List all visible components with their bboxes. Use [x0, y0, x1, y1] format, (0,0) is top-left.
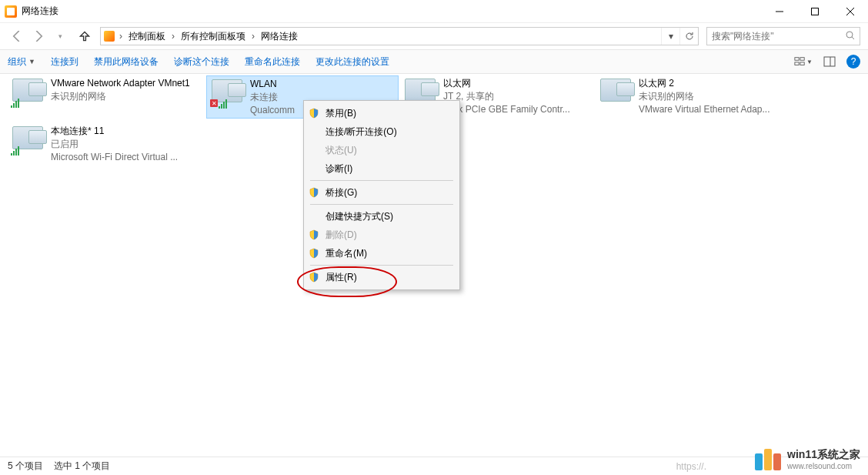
- adapter-status: 已启用: [51, 138, 178, 151]
- search-icon[interactable]: [846, 31, 855, 42]
- titlebar: 网络连接: [0, 0, 868, 23]
- help-button[interactable]: ?: [846, 55, 860, 69]
- watermark-url: www.relsound.com: [787, 462, 860, 470]
- chevron-right-icon: ›: [250, 31, 256, 42]
- adapter-device: altek PCIe GBE Family Contr...: [443, 103, 570, 116]
- chevron-right-icon: ›: [170, 31, 176, 42]
- adapter-device: Microsoft Wi-Fi Direct Virtual ...: [51, 151, 178, 164]
- adapter-name: 以太网 2: [639, 77, 770, 90]
- status-selected: 选中 1 个项目: [54, 460, 110, 473]
- menu-separator: [310, 180, 453, 181]
- svg-rect-6: [795, 58, 799, 61]
- menu-separator: [310, 265, 453, 266]
- context-menu: 禁用(B) 连接/断开连接(O) 状态(U) 诊断(I) 桥接(G) 创建快捷方…: [303, 100, 460, 290]
- adapter-name: 以太网: [443, 77, 570, 90]
- adapter-item-vmnet1[interactable]: VMware Network Adapter VMnet1 未识别的网络: [8, 75, 200, 119]
- menu-diagnose[interactable]: 诊断(I): [304, 159, 459, 178]
- shield-icon: [309, 229, 319, 240]
- watermark-title: win11系统之家: [787, 448, 860, 462]
- adapter-status: 未连接: [250, 91, 295, 104]
- shield-icon: [309, 108, 319, 119]
- menu-separator: [310, 204, 453, 205]
- disable-device-button[interactable]: 禁用此网络设备: [94, 55, 159, 69]
- shield-icon: [309, 187, 319, 198]
- menu-status: 状态(U): [304, 141, 459, 159]
- status-url-hint: https://.: [676, 461, 706, 472]
- organize-button[interactable]: 组织▼: [8, 55, 35, 69]
- location-icon: [101, 28, 118, 45]
- svg-line-5: [852, 37, 854, 39]
- svg-point-4: [846, 32, 853, 38]
- search-input[interactable]: [712, 31, 846, 42]
- svg-rect-9: [800, 62, 804, 65]
- adapter-device: VMware Virtual Ethernet Adap...: [639, 103, 770, 116]
- address-dropdown[interactable]: ▾: [661, 28, 679, 45]
- address-row: ▾ › 控制面板 › 所有控制面板项 › 网络连接 ▾: [0, 23, 868, 49]
- recent-dropdown[interactable]: ▾: [51, 27, 69, 45]
- adapter-name: 本地连接* 11: [51, 125, 178, 138]
- breadcrumb-leaf[interactable]: 网络连接: [256, 28, 302, 45]
- minimize-button[interactable]: [762, 0, 797, 23]
- adapter-name: VMware Network Adapter VMnet1: [51, 77, 190, 90]
- menu-disable[interactable]: 禁用(B): [304, 104, 459, 122]
- connect-to-button[interactable]: 连接到: [51, 55, 78, 69]
- toolbar: 组织▼ 连接到 禁用此网络设备 诊断这个连接 重命名此连接 更改此连接的设置 ▼…: [0, 49, 868, 74]
- menu-bridge[interactable]: 桥接(G): [304, 183, 459, 202]
- svg-rect-10: [824, 57, 835, 66]
- search-box[interactable]: [706, 27, 860, 45]
- menu-delete: 删除(D): [304, 226, 459, 244]
- adapter-status: 未识别的网络: [51, 90, 190, 103]
- breadcrumb-mid[interactable]: 所有控制面板项: [176, 28, 250, 45]
- preview-pane-button[interactable]: [820, 52, 839, 71]
- watermark: win11系统之家 www.relsound.com: [755, 448, 860, 470]
- up-button[interactable]: [75, 27, 94, 45]
- back-button[interactable]: [8, 27, 26, 45]
- refresh-button[interactable]: [679, 28, 698, 45]
- svg-rect-8: [795, 62, 799, 65]
- address-bar[interactable]: › 控制面板 › 所有控制面板项 › 网络连接 ▾: [100, 27, 699, 45]
- window-controls: [762, 0, 868, 23]
- change-settings-button[interactable]: 更改此连接的设置: [315, 55, 389, 69]
- adapter-item-local11[interactable]: 本地连接* 11 已启用 Microsoft Wi-Fi Direct Virt…: [8, 123, 200, 166]
- shield-icon: [309, 272, 319, 283]
- adapter-device: Qualcomm: [250, 104, 295, 117]
- status-bar: 5 个项目 选中 1 个项目 https://.: [0, 457, 868, 475]
- watermark-logo: [755, 449, 781, 470]
- window-title: 网络连接: [22, 5, 762, 18]
- forward-button[interactable]: [29, 27, 48, 45]
- diagnose-button[interactable]: 诊断这个连接: [174, 55, 229, 69]
- view-options-button[interactable]: ▼: [794, 52, 813, 71]
- shield-icon: [309, 248, 319, 259]
- chevron-right-icon: ›: [118, 31, 124, 42]
- rename-button[interactable]: 重命名此连接: [245, 55, 300, 69]
- breadcrumb-root[interactable]: 控制面板: [124, 28, 170, 45]
- svg-rect-7: [800, 58, 804, 61]
- menu-connect[interactable]: 连接/断开连接(O): [304, 122, 459, 141]
- menu-shortcut[interactable]: 创建快捷方式(S): [304, 207, 459, 226]
- svg-rect-1: [812, 8, 819, 15]
- adapter-name: WLAN: [250, 78, 295, 91]
- maximize-button[interactable]: [797, 0, 833, 23]
- app-icon: [5, 5, 17, 18]
- menu-properties[interactable]: 属性(R): [304, 268, 459, 286]
- status-count: 5 个项目: [8, 460, 43, 473]
- adapter-item-ethernet2[interactable]: 以太网 2 未识别的网络 VMware Virtual Ethernet Ada…: [596, 75, 788, 119]
- close-button[interactable]: [833, 0, 868, 23]
- adapter-status: 未识别的网络: [639, 90, 770, 103]
- menu-rename[interactable]: 重命名(M): [304, 244, 459, 263]
- adapter-status: JT 2, 共享的: [443, 90, 570, 103]
